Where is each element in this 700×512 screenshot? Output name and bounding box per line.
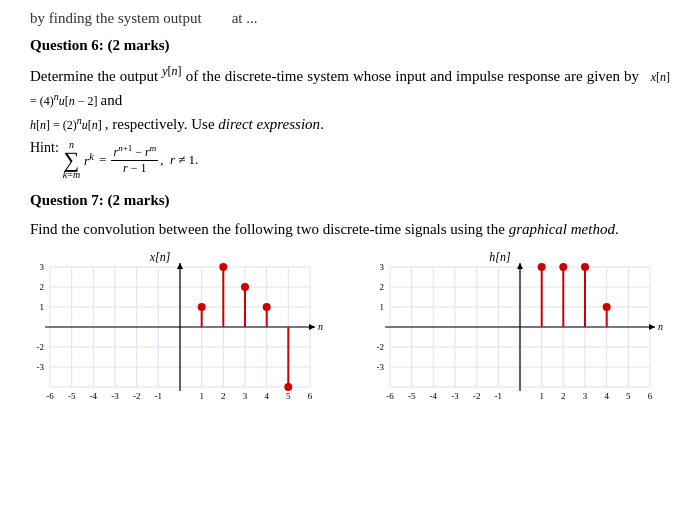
svg-text:4: 4 [264,391,269,401]
svg-text:2: 2 [40,282,45,292]
question-6-section: Question 6: (2 marks) Determine the outp… [30,37,670,180]
question-7-section: Question 7: (2 marks) Find the convoluti… [30,192,670,409]
svg-text:-5: -5 [408,391,416,401]
q6-xn-formula: x[n] = (4)nu[n − 2] [30,70,670,108]
svg-marker-24 [177,263,183,269]
svg-text:3: 3 [380,262,385,272]
svg-text:-4: -4 [430,391,438,401]
svg-text:3: 3 [583,391,588,401]
svg-text:-3: -3 [111,391,119,401]
svg-text:1: 1 [40,302,45,312]
hint-fraction: rn+1 − rm r − 1 [111,143,158,176]
graph-hn: h[n] [370,249,670,409]
hint-section: Hint: n ∑ k=m rk = rn+1 − rm r − 1 [30,140,670,180]
q6-body: Determine the output y[n] of the discret… [30,62,670,136]
graphs-container: x[n] [30,249,670,409]
sigma-block: n ∑ k=m [63,140,80,180]
hint-formula: n ∑ k=m rk = rn+1 − rm r − 1 , r ≠ 1. [63,140,199,180]
svg-text:3: 3 [40,262,45,272]
svg-text:-6: -6 [46,391,54,401]
svg-text:-1: -1 [155,391,163,401]
svg-text:-2: -2 [473,391,481,401]
q7-title: Question 7: (2 marks) [30,192,670,209]
page-content: by finding the system output at ... Ques… [30,10,670,409]
svg-text:-6: -6 [386,391,394,401]
svg-text:1: 1 [199,391,204,401]
svg-marker-22 [309,324,315,330]
svg-point-46 [219,263,227,271]
svg-text:6: 6 [308,391,313,401]
svg-marker-77 [517,263,523,269]
svg-text:n: n [318,321,323,332]
svg-text:h[n]: h[n] [489,250,511,264]
svg-point-99 [559,263,567,271]
q6-title: Question 6: (2 marks) [30,37,670,54]
svg-point-103 [603,303,611,311]
svg-text:n: n [658,321,663,332]
svg-text:-2: -2 [37,342,45,352]
graph-xn: x[n] [30,249,330,409]
hint-label: Hint: [30,140,59,156]
svg-text:-4: -4 [90,391,98,401]
svg-marker-75 [649,324,655,330]
svg-text:-2: -2 [377,342,385,352]
graph-xn-svg: x[n] [30,249,330,409]
svg-text:1: 1 [380,302,385,312]
svg-text:2: 2 [561,391,566,401]
svg-text:-3: -3 [377,362,385,372]
svg-text:-3: -3 [451,391,459,401]
svg-text:1: 1 [539,391,544,401]
svg-text:4: 4 [604,391,609,401]
svg-text:-2: -2 [133,391,141,401]
q6-yn-formula: y[n] [162,64,181,78]
svg-text:5: 5 [626,391,631,401]
svg-text:-5: -5 [68,391,76,401]
svg-text:-1: -1 [495,391,503,401]
q6-direct-expression: direct expression [218,116,320,132]
svg-text:2: 2 [221,391,226,401]
svg-point-48 [241,283,249,291]
q7-graphical-method: graphical method [509,221,615,237]
svg-point-52 [284,383,292,391]
svg-text:-3: -3 [37,362,45,372]
svg-text:3: 3 [243,391,248,401]
svg-text:5: 5 [286,391,291,401]
graph-hn-svg: h[n] [370,249,670,409]
svg-point-97 [538,263,546,271]
q7-body: Find the convolution between the followi… [30,217,670,241]
svg-point-44 [198,303,206,311]
top-partial-text: by finding the system output at ... [30,10,670,27]
q6-hn-formula: h[n] = (2)nu[n] [30,118,105,132]
svg-point-101 [581,263,589,271]
svg-point-50 [263,303,271,311]
svg-text:x[n]: x[n] [149,250,171,264]
svg-text:6: 6 [648,391,653,401]
svg-text:2: 2 [380,282,385,292]
